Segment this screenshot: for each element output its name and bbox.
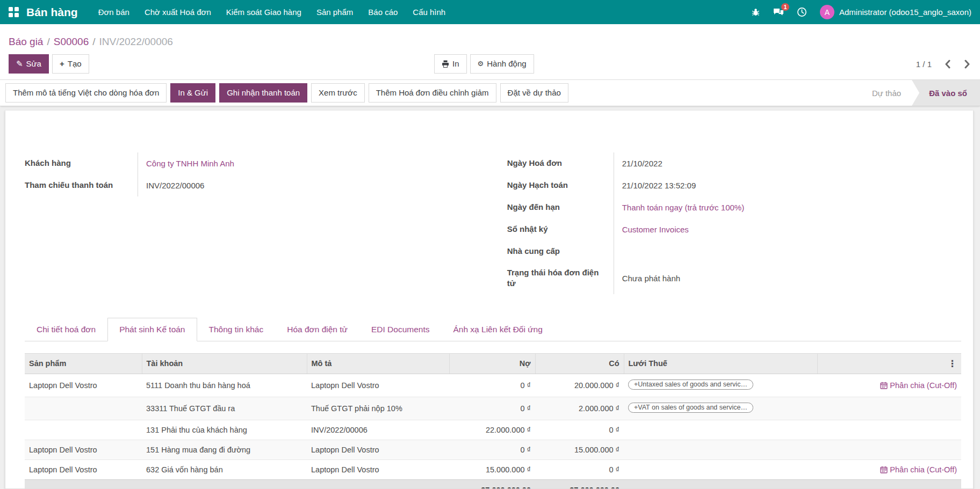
breadcrumb: Báo giá/S00006/INV/2022/00006 [9, 36, 971, 48]
journal-item-row[interactable]: Laptopn Dell Vostro 632 Giá vốn hàng bán… [25, 459, 961, 479]
column-header-description[interactable]: Mô tả [307, 353, 449, 374]
notebook-tab[interactable]: Chi tiết hoá đơn [25, 318, 107, 341]
navbar-menu-item[interactable]: Cấu hình [405, 0, 453, 24]
field-value: Customer Invoices [614, 218, 961, 240]
print-button[interactable]: In [434, 54, 467, 74]
notebook-tab[interactable]: Phát sinh Kế toán [107, 318, 197, 341]
cell-description: INV/2022/00006 [307, 420, 449, 440]
column-header-extra: ⋮ [817, 353, 961, 374]
toolbar-center-group: In ⚙ Hành động [434, 54, 534, 74]
cell-credit: 0 ₫ [535, 459, 624, 479]
gear-icon: ⚙ [478, 59, 484, 69]
notebook-tab[interactable]: EDI Documents [359, 318, 442, 341]
field-label: Ngày Hạch toán [507, 174, 614, 196]
column-header-tax-grid[interactable]: Lưới Thuế [624, 353, 817, 374]
journal-item-row[interactable]: Laptopn Dell Vostro 151 Hàng mua đang đi… [25, 440, 961, 459]
app-name[interactable]: Bán hàng [26, 6, 78, 19]
apps-grid-icon[interactable] [9, 7, 19, 17]
statusbar: Thêm mô tả tiếng Việt cho dòng hóa đơnIn… [0, 79, 980, 106]
status-state[interactable]: Đã vào sổ [912, 80, 980, 106]
cell-account: 151 Hàng mua đang đi đường [142, 440, 307, 459]
cell-account: 632 Giá vốn hàng bán [142, 459, 307, 479]
statusbar-action-button[interactable]: Ghi nhận thanh toán [219, 83, 307, 103]
tax-grid-tag[interactable]: +VAT on sales of goods and service… [628, 403, 753, 413]
field-value: INV/2022/00006 [138, 174, 465, 196]
activities-clock-icon[interactable] [797, 7, 807, 17]
chevron-right-icon [964, 60, 970, 69]
journal-items-table-container: Sản phẩm Tài khoản Mô tả Nợ Có Lưới Thuế… [25, 341, 961, 489]
cell-tax-grid: +VAT on sales of goods and service… [624, 397, 817, 420]
journal-item-row[interactable]: 33311 Thuế GTGT đầu ra Thuế GTGT phải nộ… [25, 397, 961, 420]
navbar-menu-item[interactable]: Đơn bán [91, 0, 137, 24]
pencil-icon: ✎ [16, 59, 23, 69]
create-button[interactable]: + Tạo [52, 54, 89, 74]
statusbar-action-button[interactable]: Thêm Hoá đơn điều chỉnh giảm [369, 83, 496, 103]
cell-description: Thuế GTGT phải nộp 10% [307, 397, 449, 420]
journal-item-row[interactable]: 131 Phải thu của khách hàng INV/2022/000… [25, 420, 961, 440]
chevron-left-icon [945, 60, 950, 69]
pager-next-button[interactable] [963, 59, 971, 70]
form-view-background: Khách hàng Công ty TNHH Minh Anh Tham ch… [0, 106, 980, 489]
statusbar-action-button[interactable]: Đặt về dự thảo [500, 83, 568, 103]
navbar-menu-item[interactable]: Sản phẩm [309, 0, 361, 24]
user-menu[interactable]: A Administrator (odoo15_anglo_saxon) [820, 5, 971, 19]
notebook-tab[interactable]: Ánh xạ Liên kết Đối ứng [441, 318, 554, 341]
user-avatar: A [820, 5, 834, 19]
cell-cutoff: Phân chia (Cut-Off) [817, 374, 961, 397]
column-header-account[interactable]: Tài khoản [142, 353, 307, 374]
edit-button[interactable]: ✎ Sửa [9, 54, 49, 74]
status-state[interactable]: Dự thảo [861, 80, 912, 106]
column-header-credit[interactable]: Có [535, 353, 624, 374]
breadcrumb-link-order[interactable]: S00006 [54, 36, 89, 47]
statusbar-action-button[interactable]: In & Gửi [170, 83, 215, 103]
navbar-menu-item[interactable]: Chờ xuất Hoá đơn [137, 0, 219, 24]
cell-cutoff [817, 397, 961, 420]
table-body: Laptopn Dell Vostro 5111 Doanh thu bán h… [25, 374, 961, 479]
messages-icon[interactable]: 1 [773, 8, 784, 17]
field-value-link[interactable]: Thanh toán ngay (trả trước 100%) [622, 203, 745, 212]
cutoff-link[interactable]: Phân chia (Cut-Off) [880, 465, 957, 474]
field-label: Khách hàng [25, 152, 138, 174]
form-right-group: Ngày Hoá đơn 21/10/2022 Ngày Hạch toán 2… [507, 152, 961, 294]
field-value: 21/10/2022 [614, 152, 961, 174]
calendar-icon [880, 382, 888, 389]
notebook-tab[interactable]: Hóa đơn điện tử [275, 318, 359, 341]
statusbar-action-button[interactable]: Thêm mô tả tiếng Việt cho dòng hóa đơn [5, 83, 167, 103]
field-value-link[interactable]: Customer Invoices [622, 225, 689, 234]
tax-grid-tag[interactable]: +Untaxed sales of goods and servic… [628, 379, 753, 390]
plus-icon: + [60, 59, 64, 69]
cell-debit: 0 ₫ [449, 440, 535, 459]
user-name: Administrator (odoo15_anglo_saxon) [839, 8, 971, 17]
calendar-icon [880, 466, 888, 473]
optional-columns-toggle-icon[interactable]: ⋮ [948, 359, 957, 368]
pager-previous-button[interactable] [943, 59, 952, 70]
cell-debit: 22.000.000 ₫ [449, 420, 535, 440]
cell-description: Laptopn Dell Vostro [307, 459, 449, 479]
cell-cutoff [817, 440, 961, 459]
debug-bug-icon[interactable] [751, 8, 760, 17]
total-credit: 37.000.000,00 [535, 479, 624, 489]
cutoff-link[interactable]: Phân chia (Cut-Off) [880, 381, 957, 390]
field-label: Ngày Hoá đơn [507, 152, 614, 174]
cell-credit: 2.000.000 ₫ [535, 397, 624, 420]
field-value: Công ty TNHH Minh Anh [138, 152, 465, 174]
form-left-group: Khách hàng Công ty TNHH Minh Anh Tham ch… [25, 152, 465, 294]
breadcrumb-link-quotes[interactable]: Báo giá [9, 36, 43, 47]
journal-items-table: Sản phẩm Tài khoản Mô tả Nợ Có Lưới Thuế… [25, 353, 961, 489]
action-button[interactable]: ⚙ Hành động [470, 54, 534, 74]
table-total-row: 37.000.000,00 37.000.000,00 [25, 479, 961, 489]
navbar-menu-item[interactable]: Kiểm soát Giao hàng [219, 0, 309, 24]
field-value-link[interactable]: Công ty TNHH Minh Anh [146, 159, 234, 168]
cell-debit: 15.000.000 ₫ [449, 459, 535, 479]
cell-description: Laptopn Dell Vostro [307, 440, 449, 459]
navbar-menu-item[interactable]: Báo cáo [361, 0, 405, 24]
column-header-debit[interactable]: Nợ [449, 353, 535, 374]
cell-credit: 15.000.000 ₫ [535, 440, 624, 459]
column-header-product[interactable]: Sản phẩm [25, 353, 142, 374]
messages-badge: 1 [781, 3, 789, 11]
cell-cutoff: Phân chia (Cut-Off) [817, 459, 961, 479]
statusbar-action-button[interactable]: Xem trước [311, 83, 365, 103]
cell-credit: 0 ₫ [535, 420, 624, 440]
notebook-tab[interactable]: Thông tin khác [197, 318, 276, 341]
journal-item-row[interactable]: Laptopn Dell Vostro 5111 Doanh thu bán h… [25, 374, 961, 397]
